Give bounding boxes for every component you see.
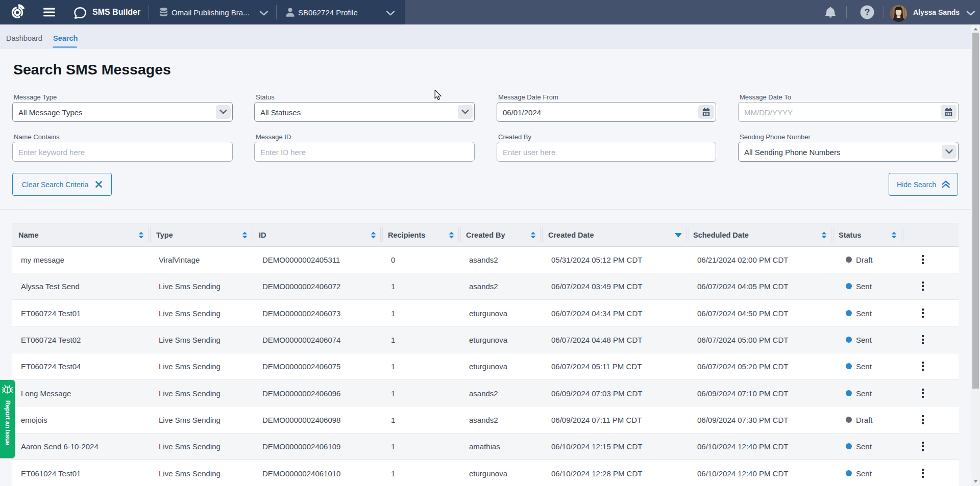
svg-text:?: ?: [865, 7, 870, 17]
